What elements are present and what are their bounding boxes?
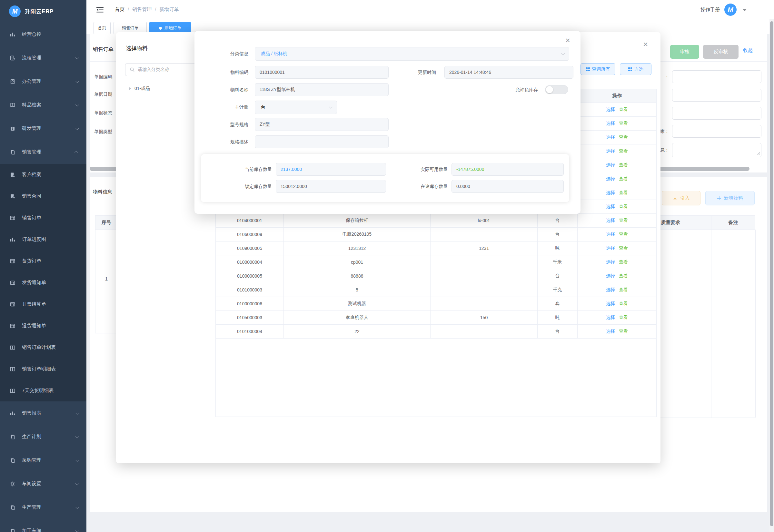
sidebar-item[interactable]: 客户档案 (0, 164, 86, 185)
sidebar-item[interactable]: 销售订单明细表 (0, 358, 86, 380)
close-icon[interactable]: × (643, 40, 648, 48)
view-link[interactable]: 查看 (619, 287, 628, 293)
add-material-button[interactable]: 新增物料 (705, 191, 755, 205)
view-link[interactable]: 查看 (619, 273, 628, 279)
view-link[interactable]: 查看 (619, 162, 628, 168)
select-link[interactable]: 选择 (606, 148, 615, 154)
sidebar-item[interactable]: 销售合同 (0, 185, 86, 207)
sidebar-item[interactable]: 销售报表 (0, 401, 86, 425)
field-label-doc-code: 单据编码 (94, 74, 112, 80)
view-link[interactable]: 查看 (619, 134, 628, 140)
sidebar-item[interactable]: 研发管理 (0, 117, 86, 140)
form-input[interactable] (672, 89, 761, 102)
select-link[interactable]: 选择 (606, 301, 615, 307)
transit-stock-input[interactable]: 0.0000 (451, 180, 564, 193)
spec-input[interactable] (255, 135, 389, 148)
form-input[interactable] (672, 125, 761, 138)
sidebar-item[interactable]: 订单进度图 (0, 229, 86, 250)
code-input[interactable]: 0101000001 (255, 66, 389, 79)
form-textarea[interactable] (672, 143, 761, 157)
sidebar-item[interactable]: 开票结算单 (0, 293, 86, 315)
select-link[interactable]: 选择 (606, 107, 615, 113)
breadcrumb-sales[interactable]: 销售管理 (132, 6, 152, 13)
resize-handle-icon[interactable] (757, 150, 760, 156)
tree-node-finished-goods[interactable]: 01-成品 (129, 86, 150, 92)
view-link[interactable]: 查看 (619, 259, 628, 265)
select-link[interactable]: 选择 (606, 287, 615, 293)
table-cell: 1231312 (284, 241, 431, 255)
sidebar-item[interactable]: 车间设置 (0, 472, 86, 496)
vertical-scrollbar-track[interactable] (769, 19, 774, 532)
view-link[interactable]: 查看 (619, 301, 628, 307)
tree-expand-caret-icon[interactable] (129, 87, 131, 90)
sidebar-item[interactable]: 销售订单计划表 (0, 337, 86, 358)
unaudit-button[interactable]: 反审核 (703, 45, 739, 59)
sidebar-item[interactable]: 办公管理 (0, 70, 86, 93)
tab-home[interactable]: 首页 (94, 22, 111, 34)
sidebar-item[interactable]: 销售订单 (0, 207, 86, 229)
view-link[interactable]: 查看 (619, 190, 628, 196)
sidebar-item[interactable]: 7天交货明细表 (0, 380, 86, 401)
view-link[interactable]: 查看 (619, 329, 628, 334)
query-all-button[interactable]: 查询所有 (581, 63, 615, 75)
sidebar-item[interactable]: 备货订单 (0, 250, 86, 272)
available-stock-input[interactable]: -147875.0000 (451, 163, 564, 176)
sidebar-item[interactable]: 加工车间 (0, 519, 86, 532)
select-link[interactable]: 选择 (606, 134, 615, 140)
current-stock-input[interactable]: 2137.0000 (276, 163, 386, 176)
view-link[interactable]: 查看 (619, 232, 628, 237)
select-link[interactable]: 选择 (606, 232, 615, 237)
view-link[interactable]: 查看 (619, 204, 628, 210)
audit-button[interactable]: 审核 (670, 45, 699, 59)
model-input[interactable]: ZY型 (255, 118, 389, 131)
view-link[interactable]: 查看 (619, 315, 628, 320)
select-link[interactable]: 选择 (606, 204, 615, 210)
form-input[interactable] (672, 107, 761, 120)
neg-stock-toggle[interactable] (545, 85, 568, 94)
user-menu-caret-icon[interactable] (743, 9, 747, 11)
sidebar-item[interactable]: 料品档案 (0, 93, 86, 117)
sidebar-item[interactable]: 销售管理 (0, 140, 86, 164)
breadcrumb-home[interactable]: 首页 (115, 6, 124, 13)
select-link[interactable]: 选择 (606, 218, 615, 223)
select-link[interactable]: 选择 (606, 315, 615, 320)
select-link[interactable]: 选择 (606, 176, 615, 182)
app-logo[interactable]: M 升阳云ERP (0, 0, 86, 23)
unit-select[interactable]: 台 (255, 101, 337, 114)
sidebar-item[interactable]: 采购管理 (0, 448, 86, 472)
select-link[interactable]: 选择 (606, 273, 615, 279)
select-link[interactable]: 选择 (606, 259, 615, 265)
updated-input[interactable]: 2026-01-14 14:48:46 (444, 66, 573, 79)
vertical-scrollbar-thumb[interactable] (770, 21, 773, 526)
close-icon[interactable]: × (565, 36, 570, 44)
sidebar-item[interactable]: 生产计划 (0, 425, 86, 448)
sidebar-fold-icon[interactable] (96, 7, 104, 14)
sidebar-item[interactable]: 发货通知单 (0, 272, 86, 293)
sidebar-item-label: 销售订单计划表 (22, 344, 56, 350)
view-link[interactable]: 查看 (619, 121, 628, 126)
select-link[interactable]: 选择 (606, 329, 615, 334)
multi-select-button[interactable]: 连选 (620, 63, 651, 75)
manual-link[interactable]: 操作手册 (700, 7, 720, 13)
select-link[interactable]: 选择 (606, 245, 615, 251)
locked-stock-input[interactable]: 150012.0000 (276, 180, 386, 193)
select-link[interactable]: 选择 (606, 162, 615, 168)
category-select[interactable]: 成品 / 纸杯机 (255, 47, 569, 61)
select-link[interactable]: 选择 (606, 121, 615, 126)
view-link[interactable]: 查看 (619, 107, 628, 113)
category-search-input[interactable]: 请输入分类名称 (125, 63, 206, 76)
user-avatar[interactable]: M (724, 4, 737, 16)
collapse-link[interactable]: 收起 (743, 47, 753, 54)
name-input[interactable]: 118S ZY型纸杯机 (255, 83, 389, 96)
form-input[interactable] (672, 70, 761, 83)
sidebar-item[interactable]: 经营总控 (0, 23, 86, 46)
view-link[interactable]: 查看 (619, 218, 628, 223)
sidebar-item[interactable]: 退货通知单 (0, 315, 86, 337)
import-button[interactable]: 引入 (662, 191, 700, 205)
view-link[interactable]: 查看 (619, 245, 628, 251)
view-link[interactable]: 查看 (619, 148, 628, 154)
sidebar-item[interactable]: 流程管理 (0, 46, 86, 70)
sidebar-item[interactable]: 生产管理 (0, 496, 86, 519)
select-link[interactable]: 选择 (606, 190, 615, 196)
view-link[interactable]: 查看 (619, 176, 628, 182)
